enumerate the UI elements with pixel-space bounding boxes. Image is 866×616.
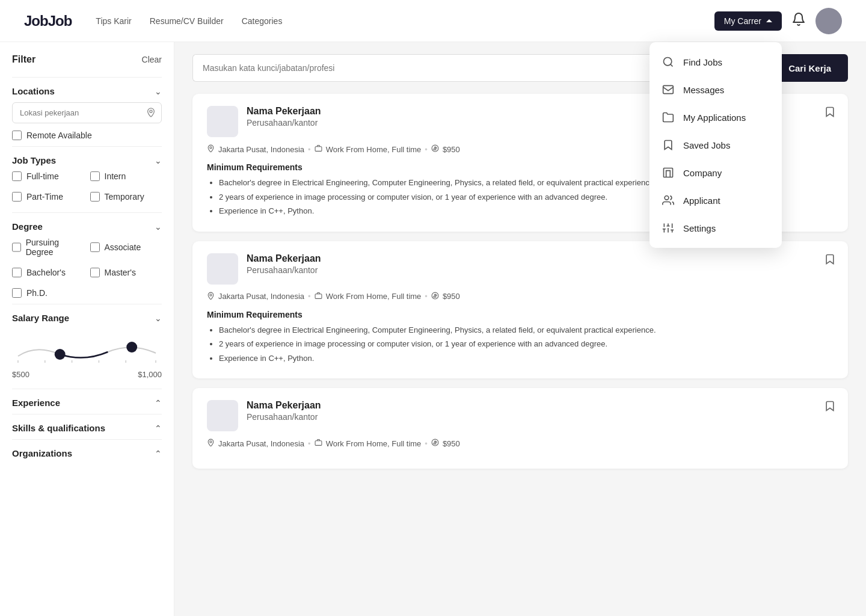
- dropdown-item-label-saved-jobs: Saved Jobs: [683, 140, 730, 150]
- dropdown-item-saved-jobs[interactable]: Saved Jobs: [650, 131, 782, 159]
- building-icon: [662, 166, 675, 179]
- envelope-icon: [662, 83, 675, 96]
- svg-point-4: [665, 196, 669, 200]
- svg-rect-2: [663, 85, 674, 93]
- dropdown-item-find-jobs[interactable]: Find Jobs: [650, 48, 782, 76]
- svg-rect-3: [664, 168, 673, 177]
- dropdown-item-label-settings: Settings: [683, 223, 716, 233]
- dropdown-item-settings[interactable]: Settings: [650, 214, 782, 242]
- dropdown-item-company[interactable]: Company: [650, 159, 782, 186]
- dropdown-item-label-company: Company: [683, 168, 722, 178]
- dropdown-item-label-messages: Messages: [683, 85, 724, 95]
- dropdown-item-messages[interactable]: Messages: [650, 76, 782, 103]
- dropdown-item-label-applicant: Applicant: [683, 196, 720, 206]
- people-icon: [662, 194, 675, 207]
- dropdown-item-applicant[interactable]: Applicant: [650, 186, 782, 214]
- dropdown-menu: Find Jobs Messages My Applications Saved…: [650, 42, 782, 248]
- bookmark-icon: [662, 138, 675, 152]
- folder-icon: [662, 111, 675, 124]
- svg-line-1: [671, 64, 673, 67]
- dropdown-item-label-my-applications: My Applications: [683, 112, 746, 123]
- sliders-icon: [662, 221, 675, 235]
- dropdown-item-my-applications[interactable]: My Applications: [650, 103, 782, 131]
- search-icon: [662, 55, 675, 69]
- dropdown-item-label-find-jobs: Find Jobs: [683, 57, 722, 67]
- svg-point-0: [664, 58, 672, 66]
